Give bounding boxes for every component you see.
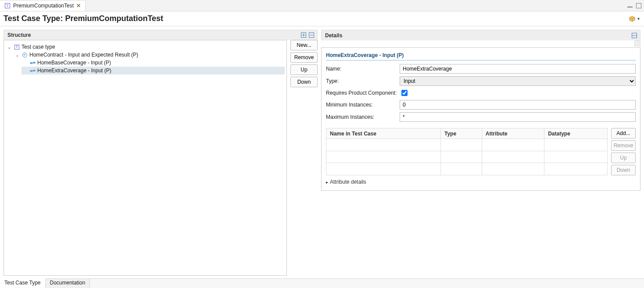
attribute-table[interactable]: Name in Test Case Type Attribute Datatyp… [326, 128, 608, 175]
layout-horizontal-icon[interactable] [631, 32, 637, 39]
attribute-buttons: Add... Remove Up Down [611, 128, 636, 175]
tree-node-label: Test case type [21, 44, 55, 50]
tree-node-label: HomeBaseCoverage - Input (P) [37, 60, 111, 66]
tree-root[interactable]: ⌄ T Test case type ⌄ P [6, 43, 285, 75]
close-tab-icon[interactable]: ✕ [76, 3, 81, 9]
minimize-icon[interactable] [627, 7, 633, 7]
main-area: Structure ⌄ T [0, 26, 644, 276]
structure-header: Structure [4, 30, 318, 40]
details-panel: HomeExtraCoverage - Input (P) Name: Type… [321, 47, 640, 191]
remove-button[interactable]: Remove [290, 52, 318, 63]
twisty-icon[interactable]: ⌄ [7, 45, 12, 50]
max-instances-input[interactable] [400, 112, 636, 122]
min-instances-label: Minimum Instances: [326, 102, 400, 108]
testcasetype-icon: T [4, 3, 11, 9]
package-icon[interactable] [629, 15, 636, 22]
table-row[interactable] [326, 151, 608, 163]
link-icon [29, 68, 36, 74]
type-label: Type: [326, 78, 400, 84]
minimize-section-icon[interactable] [634, 40, 640, 46]
svg-text:T: T [15, 45, 18, 49]
twisty-icon[interactable]: ⌄ [14, 53, 20, 57]
page-title: Test Case Type: PremiumComputationTest [4, 14, 163, 23]
attr-up-button[interactable]: Up [611, 153, 636, 163]
attr-add-button[interactable]: Add... [611, 128, 636, 139]
col-attribute[interactable]: Attribute [482, 128, 544, 139]
structure-column: Structure ⌄ T [4, 30, 318, 276]
new-button[interactable]: New... [290, 40, 318, 50]
name-input[interactable] [400, 64, 636, 74]
editor-tabbar: T PremiumComputationTest ✕ [0, 0, 644, 11]
page-title-prefix: Test Case Type: [4, 14, 65, 23]
table-row[interactable] [326, 163, 608, 175]
svg-rect-16 [30, 70, 32, 71]
col-datatype[interactable]: Datatype [544, 128, 608, 139]
details-panel-heading: HomeExtraCoverage - Input (P) [326, 52, 636, 60]
attribute-details-label: Attribute details [330, 179, 366, 185]
chevron-down-icon[interactable]: ▾ [637, 16, 640, 21]
tree-node[interactable]: ⌄ P HomeContract - Input and Expected Re… [14, 51, 285, 75]
window-controls [627, 0, 644, 11]
structure-buttons: New... Remove Up Down [290, 40, 318, 276]
svg-text:P: P [24, 53, 26, 57]
collapse-all-icon[interactable] [308, 32, 315, 38]
details-header: Details [321, 30, 640, 40]
col-type[interactable]: Type [441, 128, 482, 139]
col-name[interactable]: Name in Test Case [326, 128, 441, 139]
testcasetype-icon: T [14, 44, 20, 50]
tree-node[interactable]: · HomeBaseCoverage - Input (P) [21, 59, 285, 67]
editor-header: Test Case Type: PremiumComputationTest ▾ [0, 11, 644, 26]
editor-tab[interactable]: T PremiumComputationTest ✕ [0, 0, 86, 11]
maximize-icon[interactable] [636, 3, 641, 8]
expand-all-icon[interactable] [301, 32, 307, 38]
svg-rect-13 [30, 62, 32, 64]
table-row[interactable] [326, 139, 608, 151]
name-label: Name: [326, 66, 400, 72]
svg-rect-17 [33, 70, 35, 71]
details-column: Details HomeExtraCoverage - Input (P) Na… [321, 30, 640, 276]
bottom-tab-testcasetype[interactable]: Test Case Type [0, 278, 46, 288]
policy-component-icon: P [21, 52, 28, 58]
type-select[interactable]: Input [400, 76, 636, 86]
attr-down-button[interactable]: Down [611, 165, 636, 175]
tree-node-label: HomeExtraCoverage - Input (P) [37, 68, 111, 74]
tree-node-selected[interactable]: · HomeExtraCoverage - Input (P) [21, 67, 285, 75]
up-button[interactable]: Up [290, 64, 318, 75]
svg-text:T: T [6, 4, 9, 8]
svg-rect-14 [33, 62, 35, 63]
bottom-tabbar: Test Case Type Documentation [0, 278, 644, 288]
down-button[interactable]: Down [290, 77, 318, 87]
max-instances-label: Maximum Instances: [326, 114, 400, 120]
structure-tree[interactable]: ⌄ T Test case type ⌄ P [4, 40, 287, 276]
attribute-details-toggle[interactable]: ▸ Attribute details [326, 179, 636, 185]
requires-label: Requires Product Component: [326, 90, 400, 96]
min-instances-input[interactable] [400, 100, 636, 110]
link-icon [29, 60, 36, 66]
tree-node-label: HomeContract - Input and Expected Result… [29, 52, 138, 58]
editor-toolbar: ▾ [629, 15, 640, 22]
editor-tab-label: PremiumComputationTest [13, 3, 74, 9]
structure-title: Structure [7, 32, 31, 38]
chevron-right-icon: ▸ [326, 180, 328, 185]
attr-remove-button[interactable]: Remove [611, 140, 636, 151]
bottom-tab-documentation[interactable]: Documentation [46, 279, 90, 288]
page-title-name: PremiumComputationTest [65, 14, 163, 23]
details-title: Details [325, 32, 342, 39]
requires-checkbox[interactable] [401, 90, 408, 96]
